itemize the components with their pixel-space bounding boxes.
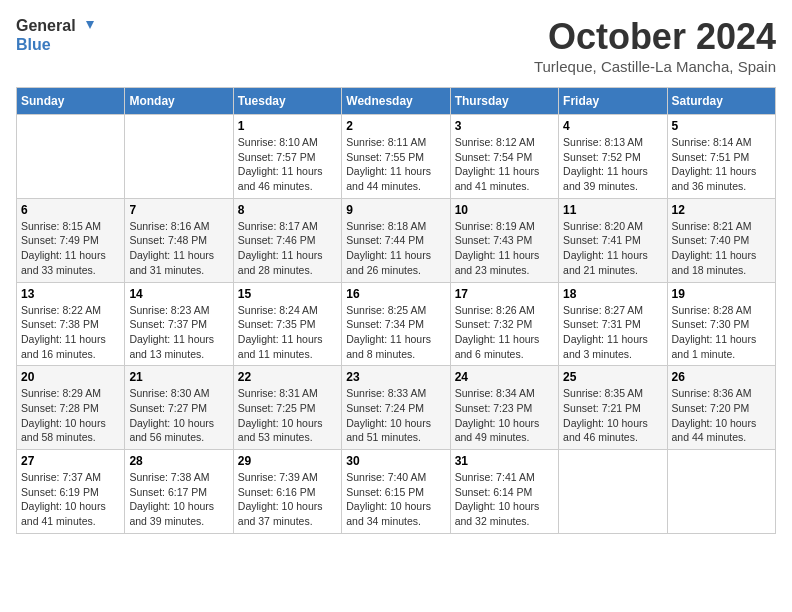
calendar-cell: 4Sunrise: 8:13 AM Sunset: 7:52 PM Daylig… [559,115,667,199]
calendar-cell: 23Sunrise: 8:33 AM Sunset: 7:24 PM Dayli… [342,366,450,450]
day-number: 5 [672,119,771,133]
day-number: 28 [129,454,228,468]
day-number: 9 [346,203,445,217]
week-row-4: 20Sunrise: 8:29 AM Sunset: 7:28 PM Dayli… [17,366,776,450]
week-row-1: 1Sunrise: 8:10 AM Sunset: 7:57 PM Daylig… [17,115,776,199]
day-number: 13 [21,287,120,301]
day-info: Sunrise: 7:38 AM Sunset: 6:17 PM Dayligh… [129,470,228,529]
calendar-cell [17,115,125,199]
day-number: 24 [455,370,554,384]
day-number: 27 [21,454,120,468]
week-row-5: 27Sunrise: 7:37 AM Sunset: 6:19 PM Dayli… [17,450,776,534]
calendar-body: 1Sunrise: 8:10 AM Sunset: 7:57 PM Daylig… [17,115,776,534]
calendar-cell: 3Sunrise: 8:12 AM Sunset: 7:54 PM Daylig… [450,115,558,199]
day-number: 30 [346,454,445,468]
day-number: 21 [129,370,228,384]
header-day-thursday: Thursday [450,88,558,115]
calendar-cell: 6Sunrise: 8:15 AM Sunset: 7:49 PM Daylig… [17,198,125,282]
day-number: 8 [238,203,337,217]
day-info: Sunrise: 8:31 AM Sunset: 7:25 PM Dayligh… [238,386,337,445]
calendar-cell [667,450,775,534]
day-number: 20 [21,370,120,384]
day-info: Sunrise: 8:26 AM Sunset: 7:32 PM Dayligh… [455,303,554,362]
day-info: Sunrise: 7:39 AM Sunset: 6:16 PM Dayligh… [238,470,337,529]
calendar-cell: 9Sunrise: 8:18 AM Sunset: 7:44 PM Daylig… [342,198,450,282]
day-number: 3 [455,119,554,133]
calendar-cell: 19Sunrise: 8:28 AM Sunset: 7:30 PM Dayli… [667,282,775,366]
logo: GeneralBlue [16,16,94,54]
calendar-cell: 29Sunrise: 7:39 AM Sunset: 6:16 PM Dayli… [233,450,341,534]
day-number: 15 [238,287,337,301]
calendar-cell: 7Sunrise: 8:16 AM Sunset: 7:48 PM Daylig… [125,198,233,282]
calendar-cell: 15Sunrise: 8:24 AM Sunset: 7:35 PM Dayli… [233,282,341,366]
day-info: Sunrise: 8:12 AM Sunset: 7:54 PM Dayligh… [455,135,554,194]
day-info: Sunrise: 8:23 AM Sunset: 7:37 PM Dayligh… [129,303,228,362]
day-number: 18 [563,287,662,301]
calendar-cell: 16Sunrise: 8:25 AM Sunset: 7:34 PM Dayli… [342,282,450,366]
title-block: October 2024 Turleque, Castille-La Manch… [534,16,776,75]
logo-text: GeneralBlue [16,16,94,54]
day-info: Sunrise: 8:27 AM Sunset: 7:31 PM Dayligh… [563,303,662,362]
day-info: Sunrise: 8:18 AM Sunset: 7:44 PM Dayligh… [346,219,445,278]
calendar-cell: 28Sunrise: 7:38 AM Sunset: 6:17 PM Dayli… [125,450,233,534]
day-info: Sunrise: 8:15 AM Sunset: 7:49 PM Dayligh… [21,219,120,278]
header-day-saturday: Saturday [667,88,775,115]
calendar-table: SundayMondayTuesdayWednesdayThursdayFrid… [16,87,776,534]
day-info: Sunrise: 8:24 AM Sunset: 7:35 PM Dayligh… [238,303,337,362]
calendar-cell: 22Sunrise: 8:31 AM Sunset: 7:25 PM Dayli… [233,366,341,450]
day-number: 23 [346,370,445,384]
day-info: Sunrise: 7:40 AM Sunset: 6:15 PM Dayligh… [346,470,445,529]
day-info: Sunrise: 8:36 AM Sunset: 7:20 PM Dayligh… [672,386,771,445]
day-number: 26 [672,370,771,384]
header-day-friday: Friday [559,88,667,115]
calendar-cell: 14Sunrise: 8:23 AM Sunset: 7:37 PM Dayli… [125,282,233,366]
day-info: Sunrise: 8:13 AM Sunset: 7:52 PM Dayligh… [563,135,662,194]
day-number: 19 [672,287,771,301]
calendar-cell: 5Sunrise: 8:14 AM Sunset: 7:51 PM Daylig… [667,115,775,199]
header-row: SundayMondayTuesdayWednesdayThursdayFrid… [17,88,776,115]
day-info: Sunrise: 8:35 AM Sunset: 7:21 PM Dayligh… [563,386,662,445]
day-info: Sunrise: 8:33 AM Sunset: 7:24 PM Dayligh… [346,386,445,445]
day-info: Sunrise: 8:10 AM Sunset: 7:57 PM Dayligh… [238,135,337,194]
day-number: 4 [563,119,662,133]
day-info: Sunrise: 8:25 AM Sunset: 7:34 PM Dayligh… [346,303,445,362]
calendar-cell: 8Sunrise: 8:17 AM Sunset: 7:46 PM Daylig… [233,198,341,282]
day-number: 25 [563,370,662,384]
month-title: October 2024 [534,16,776,58]
day-info: Sunrise: 8:16 AM Sunset: 7:48 PM Dayligh… [129,219,228,278]
day-info: Sunrise: 7:37 AM Sunset: 6:19 PM Dayligh… [21,470,120,529]
calendar-cell: 13Sunrise: 8:22 AM Sunset: 7:38 PM Dayli… [17,282,125,366]
calendar-cell: 20Sunrise: 8:29 AM Sunset: 7:28 PM Dayli… [17,366,125,450]
day-info: Sunrise: 8:21 AM Sunset: 7:40 PM Dayligh… [672,219,771,278]
header-day-sunday: Sunday [17,88,125,115]
day-info: Sunrise: 8:30 AM Sunset: 7:27 PM Dayligh… [129,386,228,445]
calendar-cell: 2Sunrise: 8:11 AM Sunset: 7:55 PM Daylig… [342,115,450,199]
calendar-cell: 25Sunrise: 8:35 AM Sunset: 7:21 PM Dayli… [559,366,667,450]
calendar-header: SundayMondayTuesdayWednesdayThursdayFrid… [17,88,776,115]
day-info: Sunrise: 8:22 AM Sunset: 7:38 PM Dayligh… [21,303,120,362]
svg-marker-0 [86,21,94,29]
calendar-cell: 26Sunrise: 8:36 AM Sunset: 7:20 PM Dayli… [667,366,775,450]
day-number: 29 [238,454,337,468]
day-number: 6 [21,203,120,217]
header-day-tuesday: Tuesday [233,88,341,115]
calendar-cell: 27Sunrise: 7:37 AM Sunset: 6:19 PM Dayli… [17,450,125,534]
header-day-wednesday: Wednesday [342,88,450,115]
day-number: 22 [238,370,337,384]
calendar-cell: 21Sunrise: 8:30 AM Sunset: 7:27 PM Dayli… [125,366,233,450]
location: Turleque, Castille-La Mancha, Spain [534,58,776,75]
calendar-cell: 1Sunrise: 8:10 AM Sunset: 7:57 PM Daylig… [233,115,341,199]
calendar-cell: 11Sunrise: 8:20 AM Sunset: 7:41 PM Dayli… [559,198,667,282]
day-info: Sunrise: 8:17 AM Sunset: 7:46 PM Dayligh… [238,219,337,278]
week-row-2: 6Sunrise: 8:15 AM Sunset: 7:49 PM Daylig… [17,198,776,282]
calendar-cell: 12Sunrise: 8:21 AM Sunset: 7:40 PM Dayli… [667,198,775,282]
day-info: Sunrise: 8:11 AM Sunset: 7:55 PM Dayligh… [346,135,445,194]
day-info: Sunrise: 8:34 AM Sunset: 7:23 PM Dayligh… [455,386,554,445]
day-info: Sunrise: 7:41 AM Sunset: 6:14 PM Dayligh… [455,470,554,529]
calendar-cell: 10Sunrise: 8:19 AM Sunset: 7:43 PM Dayli… [450,198,558,282]
day-number: 2 [346,119,445,133]
page-header: GeneralBlue October 2024 Turleque, Casti… [16,16,776,75]
day-info: Sunrise: 8:14 AM Sunset: 7:51 PM Dayligh… [672,135,771,194]
calendar-cell: 17Sunrise: 8:26 AM Sunset: 7:32 PM Dayli… [450,282,558,366]
day-number: 12 [672,203,771,217]
